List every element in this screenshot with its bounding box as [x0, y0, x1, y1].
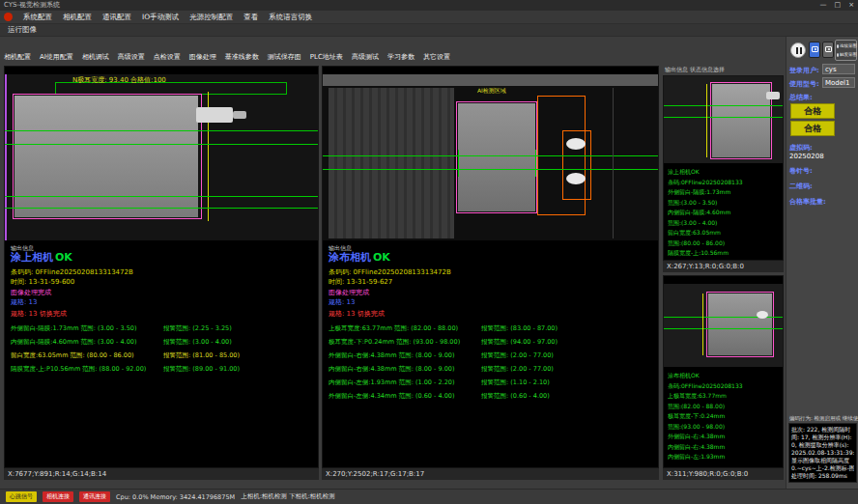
stats-line: 批次: 222, 检测间隔时 [791, 426, 854, 434]
stats-line: 0.~cys~上-2.检测标-图像 [791, 464, 854, 472]
bright-spot [757, 311, 768, 319]
thumbnail-panel-2[interactable]: 涂布相机OK条码:0FFline20250208133上极耳宽度:63.77mm… [663, 275, 784, 468]
sub-menu-bar: 运行图像 [0, 24, 858, 37]
measurement-row: 外侧留白-左侧:4.34mm 范围: (0.60 - 4.00) 报警范围: (… [329, 389, 656, 403]
result-badge-bottom: 合格 [790, 121, 835, 136]
log-line: 内侧留白-左:1.93mm [668, 452, 743, 462]
model-value-field[interactable]: Model1 [822, 77, 855, 88]
camera-status-ok: OK [55, 251, 72, 264]
guide-line-vertical [535, 150, 536, 177]
tab-item[interactable]: 高级设置 [118, 52, 145, 62]
camera-link-badge: 相机连接 [43, 491, 73, 502]
log-line: 上极耳宽度:63.77mm [668, 391, 743, 402]
stats-line: 间: 17, 检测分辨率(H): [791, 434, 854, 441]
thumb1-coords-strip: X:267;Y:13;R:0;G:0;B:0 [663, 261, 784, 272]
thumbnail-panel-1[interactable]: 涂上相机OK条码:0FFline20250208133外侧留白-隔膜:1.73m… [663, 75, 784, 261]
tab-item[interactable]: 相机调试 [82, 52, 109, 62]
menu-item[interactable]: 系统配置 [23, 13, 52, 22]
user-value-field[interactable]: cys [822, 64, 855, 74]
pass-rate-label: 合格率批量: [789, 197, 826, 207]
menu-item[interactable]: 光源控制配置 [189, 13, 233, 22]
pause-icon [796, 47, 798, 54]
log-line: 涂布相机OK [668, 371, 743, 381]
radio-icon[interactable] [837, 53, 839, 57]
measurement-text: 外侧留白-左侧:4.34mm 范围: (0.60 - 4.00) [329, 392, 481, 401]
camera-view-toggle-2[interactable] [822, 42, 834, 58]
tab-item[interactable]: 点检设置 [154, 52, 181, 62]
qr-code-label: 二维码: [789, 182, 813, 191]
camera-panel-right[interactable]: AI检测区域 输出信息 涂布相机OK 条码码: 0FFline202502081… [322, 66, 659, 468]
camera-name: 涂上相机OK [11, 250, 72, 265]
time-text: 时间: 13-31-59-627 [329, 277, 392, 287]
left-measurements: 外侧留白-隔膜:1.73mm 范围: (3.00 - 3.50) 报警范围: (… [11, 322, 316, 376]
guide-line [5, 130, 318, 131]
maximize-icon[interactable]: □ [835, 0, 842, 11]
barcode-text: 条码码: 0FFline2025020813313472B [11, 267, 133, 277]
main-window: CYS-视觉检测系统 — □ × 系统配置相机配置通讯配置IO手动测试光源控制配… [0, 0, 858, 504]
guide-line [664, 105, 783, 106]
measurement-row: 外侧留白-隔膜:1.73mm 范围: (3.00 - 3.50) 报警范围: (… [11, 322, 316, 335]
log-line: 范围:(93.00 - 98.00) [668, 422, 743, 433]
tab-item[interactable]: 其它设置 [423, 52, 450, 62]
roi-rect-magenta [706, 292, 774, 357]
submenu-item[interactable]: 运行图像 [8, 25, 37, 35]
minimize-icon[interactable]: — [820, 0, 827, 11]
result-badge-top: 合格 [790, 103, 835, 119]
alarm-range-text: 报警范围: (2.25 - 3.25) [163, 324, 232, 333]
camera-view-toggle-1[interactable] [809, 42, 820, 58]
thumb2-coords-strip: X:311;Y:980;R:0;G:0;B:0 [663, 468, 784, 480]
tab-item[interactable]: 基准线参数 [225, 52, 259, 62]
pause-button[interactable] [790, 42, 806, 58]
measurement-row: 内侧留白-隔膜:4.60mm 范围: (3.00 - 4.00) 报警范围: (… [11, 335, 316, 349]
app-logo-icon [4, 13, 13, 21]
log-line: 条码:0FFline20250208133 [668, 381, 743, 392]
guide-line-vertical [458, 150, 459, 177]
thumbnail-image-1 [664, 76, 783, 163]
measurement-text: 上极耳宽度:63.77mm 范围: (82.00 - 88.00) [329, 324, 481, 333]
menu-item[interactable]: 查看 [243, 13, 258, 22]
tab-item[interactable]: AI使用配置 [40, 52, 73, 62]
tab-item[interactable]: PLC地址表 [310, 52, 343, 62]
alarm-range-text: 报警范围: (2.00 - 77.00) [481, 365, 554, 374]
menu-item[interactable]: 系统语言切换 [269, 13, 312, 22]
thumbnail-log-2: 涂布相机OK条码:0FFline20250208133上极耳宽度:63.77mm… [668, 371, 743, 462]
right-control-panel: 连续采图 触发采图 登录用户: cys 使用型号: Model1 总结果: 合格… [786, 37, 858, 489]
log-line: 内侧留白-右:4.38mm [668, 442, 743, 453]
capture-mode-option-2[interactable]: 触发采图 [837, 50, 855, 59]
camera-name-text: 涂上相机 [11, 251, 53, 264]
edge-marker-line [5, 74, 7, 240]
camera-status-text: 上相机:相机检测 下相机:相机检测 [241, 492, 334, 501]
tab-item[interactable]: 测试保存图 [268, 52, 301, 62]
virtual-code-value: 20250208 [789, 153, 824, 160]
measurement-text: 内侧留白-隔膜:4.60mm 范围: (3.00 - 4.00) [11, 338, 163, 347]
model-label: 使用型号: [789, 79, 819, 89]
capture-mode-option-1[interactable]: 连续采图 [837, 42, 855, 50]
right-coords-strip: X:270;Y:2502;R:17;G:17;B:17 [322, 468, 659, 480]
menu-item[interactable]: 相机配置 [63, 13, 92, 22]
barcode-text: 条码码: 0FFline2025020813313472B [329, 267, 451, 277]
spec-text: 规格: 13 [329, 297, 356, 307]
tab-item[interactable]: 高级测试 [352, 52, 379, 62]
tab-item[interactable]: 图像处理 [189, 52, 216, 62]
log-line: 外侧留白-隔膜:1.73mm [668, 187, 743, 198]
time-text: 时间: 13-31-59-600 [11, 277, 74, 287]
camera-status-ok: OK [373, 251, 390, 264]
machine-panel [329, 88, 454, 238]
tab-item[interactable]: 相机配置 [4, 52, 31, 62]
process-done-text: 图像处理完成 [11, 288, 51, 297]
menu-item[interactable]: 通讯配置 [102, 13, 131, 22]
capture-mode-group: 连续采图 触发采图 [835, 40, 857, 61]
measurement-row: 隔膜宽度-上:P10.56mm 范围: (88.00 - 92.00) 报警范围… [11, 362, 316, 376]
menu-item[interactable]: IO手动测试 [142, 13, 179, 22]
tab-item[interactable]: 学习参数 [387, 52, 415, 62]
measurement-text: 内侧留白-左侧:1.93mm 范围: (1.00 - 2.20) [329, 378, 481, 387]
alarm-range-text: 报警范围: (89.00 - 91.00) [163, 365, 240, 374]
close-icon[interactable]: × [848, 0, 854, 11]
radio-icon[interactable] [837, 44, 839, 48]
log-line: 条码:0FFline20250208133 [668, 178, 743, 188]
cpu-memory-text: Cpu: 0.0% Memory: 3424.41796875M [116, 493, 235, 501]
tab-bar: 相机配置AI使用配置相机调试高级设置点检设置图像处理基准线参数测试保存图PLC地… [4, 50, 659, 64]
status-bar: 心跳信号 相机连接 通讯连接 Cpu: 0.0% Memory: 3424.41… [0, 489, 858, 504]
total-result-label: 总结果: [789, 93, 813, 102]
camera-panel-left[interactable]: N极耳宽度: 93.40 合格值:100 输出信息 涂上相机OK 条码码: 0F… [4, 66, 319, 468]
